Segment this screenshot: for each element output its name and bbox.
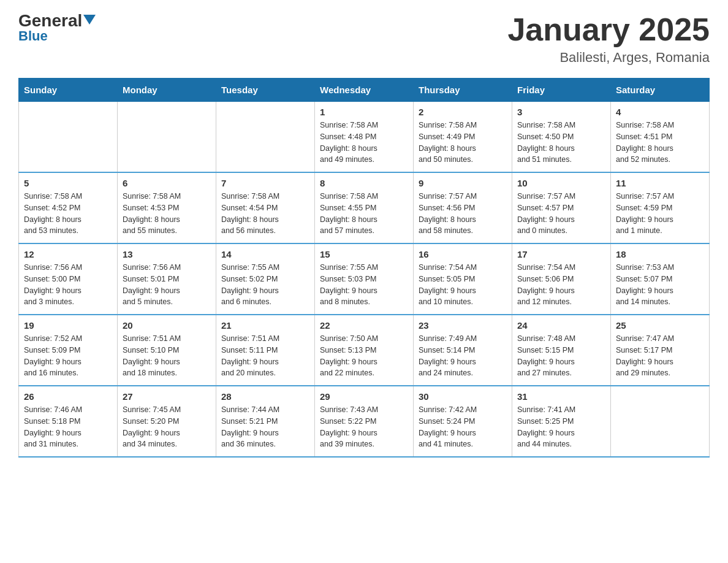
calendar-cell: 25Sunrise: 7:47 AM Sunset: 5:17 PM Dayli…	[611, 315, 710, 386]
calendar-body: 1Sunrise: 7:58 AM Sunset: 4:48 PM Daylig…	[19, 102, 710, 458]
day-number: 25	[616, 320, 704, 331]
day-number: 16	[419, 249, 507, 259]
calendar-cell: 11Sunrise: 7:57 AM Sunset: 4:59 PM Dayli…	[611, 172, 710, 243]
calendar-week-row: 5Sunrise: 7:58 AM Sunset: 4:52 PM Daylig…	[19, 172, 710, 243]
day-number: 8	[320, 178, 408, 188]
day-number: 6	[123, 178, 211, 188]
calendar-cell: 8Sunrise: 7:58 AM Sunset: 4:55 PM Daylig…	[315, 172, 414, 243]
day-info: Sunrise: 7:55 AM Sunset: 5:02 PM Dayligh…	[221, 262, 309, 308]
logo[interactable]: General Blue	[18, 12, 96, 43]
day-info: Sunrise: 7:42 AM Sunset: 5:24 PM Dayligh…	[419, 404, 507, 450]
calendar-cell: 2Sunrise: 7:58 AM Sunset: 4:49 PM Daylig…	[414, 102, 512, 173]
day-info: Sunrise: 7:44 AM Sunset: 5:21 PM Dayligh…	[221, 404, 309, 450]
calendar-cell	[216, 102, 315, 173]
day-number: 13	[123, 249, 211, 259]
day-info: Sunrise: 7:50 AM Sunset: 5:13 PM Dayligh…	[320, 333, 408, 379]
day-info: Sunrise: 7:58 AM Sunset: 4:50 PM Dayligh…	[517, 120, 605, 166]
day-info: Sunrise: 7:58 AM Sunset: 4:54 PM Dayligh…	[221, 191, 309, 237]
calendar-cell: 26Sunrise: 7:46 AM Sunset: 5:18 PM Dayli…	[19, 386, 118, 457]
day-info: Sunrise: 7:54 AM Sunset: 5:06 PM Dayligh…	[517, 262, 605, 308]
calendar-week-row: 12Sunrise: 7:56 AM Sunset: 5:00 PM Dayli…	[19, 243, 710, 315]
calendar-week-row: 1Sunrise: 7:58 AM Sunset: 4:48 PM Daylig…	[19, 102, 710, 173]
calendar-cell: 7Sunrise: 7:58 AM Sunset: 4:54 PM Daylig…	[216, 172, 315, 243]
day-info: Sunrise: 7:48 AM Sunset: 5:15 PM Dayligh…	[517, 333, 605, 379]
weekday-header-sunday: Sunday	[19, 79, 118, 102]
day-number: 18	[616, 249, 704, 259]
calendar-cell: 12Sunrise: 7:56 AM Sunset: 5:00 PM Dayli…	[19, 243, 118, 315]
day-number: 2	[419, 107, 507, 117]
day-number: 26	[24, 391, 112, 402]
day-info: Sunrise: 7:58 AM Sunset: 4:49 PM Dayligh…	[419, 120, 507, 166]
day-info: Sunrise: 7:58 AM Sunset: 4:51 PM Dayligh…	[616, 120, 704, 166]
day-info: Sunrise: 7:57 AM Sunset: 4:56 PM Dayligh…	[419, 191, 507, 237]
day-info: Sunrise: 7:49 AM Sunset: 5:14 PM Dayligh…	[419, 333, 507, 379]
calendar-header: SundayMondayTuesdayWednesdayThursdayFrid…	[19, 79, 710, 102]
day-number: 1	[320, 107, 408, 117]
calendar-cell: 28Sunrise: 7:44 AM Sunset: 5:21 PM Dayli…	[216, 386, 315, 457]
day-info: Sunrise: 7:56 AM Sunset: 5:00 PM Dayligh…	[24, 262, 112, 308]
day-info: Sunrise: 7:58 AM Sunset: 4:52 PM Dayligh…	[24, 191, 112, 237]
calendar-cell: 15Sunrise: 7:55 AM Sunset: 5:03 PM Dayli…	[315, 243, 414, 315]
day-number: 15	[320, 249, 408, 259]
calendar-cell: 22Sunrise: 7:50 AM Sunset: 5:13 PM Dayli…	[315, 315, 414, 386]
weekday-header-saturday: Saturday	[611, 79, 710, 102]
day-info: Sunrise: 7:58 AM Sunset: 4:55 PM Dayligh…	[320, 191, 408, 237]
calendar-cell: 30Sunrise: 7:42 AM Sunset: 5:24 PM Dayli…	[414, 386, 512, 457]
calendar-cell: 3Sunrise: 7:58 AM Sunset: 4:50 PM Daylig…	[512, 102, 611, 173]
calendar-table: SundayMondayTuesdayWednesdayThursdayFrid…	[18, 78, 710, 458]
logo-triangle-icon	[83, 15, 96, 25]
day-info: Sunrise: 7:54 AM Sunset: 5:05 PM Dayligh…	[419, 262, 507, 308]
page-header: General Blue January 2025 Balilesti, Arg…	[18, 12, 710, 66]
day-number: 14	[221, 249, 309, 259]
calendar-cell: 31Sunrise: 7:41 AM Sunset: 5:25 PM Dayli…	[512, 386, 611, 457]
weekday-header-row: SundayMondayTuesdayWednesdayThursdayFrid…	[19, 79, 710, 102]
day-number: 3	[517, 107, 605, 117]
day-number: 29	[320, 391, 408, 402]
calendar-cell	[19, 102, 118, 173]
logo-general-text: General	[18, 12, 82, 29]
day-info: Sunrise: 7:51 AM Sunset: 5:11 PM Dayligh…	[221, 333, 309, 379]
day-number: 31	[517, 391, 605, 402]
day-number: 10	[517, 178, 605, 188]
day-number: 4	[616, 107, 704, 117]
calendar-cell: 10Sunrise: 7:57 AM Sunset: 4:57 PM Dayli…	[512, 172, 611, 243]
day-number: 28	[221, 391, 309, 402]
day-number: 7	[221, 178, 309, 188]
day-info: Sunrise: 7:56 AM Sunset: 5:01 PM Dayligh…	[123, 262, 211, 308]
day-info: Sunrise: 7:53 AM Sunset: 5:07 PM Dayligh…	[616, 262, 704, 308]
day-number: 21	[221, 320, 309, 331]
day-info: Sunrise: 7:58 AM Sunset: 4:53 PM Dayligh…	[123, 191, 211, 237]
day-info: Sunrise: 7:55 AM Sunset: 5:03 PM Dayligh…	[320, 262, 408, 308]
day-number: 19	[24, 320, 112, 331]
day-info: Sunrise: 7:52 AM Sunset: 5:09 PM Dayligh…	[24, 333, 112, 379]
calendar-cell: 24Sunrise: 7:48 AM Sunset: 5:15 PM Dayli…	[512, 315, 611, 386]
calendar-cell: 1Sunrise: 7:58 AM Sunset: 4:48 PM Daylig…	[315, 102, 414, 173]
calendar-cell: 19Sunrise: 7:52 AM Sunset: 5:09 PM Dayli…	[19, 315, 118, 386]
day-number: 17	[517, 249, 605, 259]
day-info: Sunrise: 7:46 AM Sunset: 5:18 PM Dayligh…	[24, 404, 112, 450]
calendar-cell: 16Sunrise: 7:54 AM Sunset: 5:05 PM Dayli…	[414, 243, 512, 315]
calendar-cell: 6Sunrise: 7:58 AM Sunset: 4:53 PM Daylig…	[118, 172, 216, 243]
month-title: January 2025	[507, 12, 710, 47]
calendar-cell: 9Sunrise: 7:57 AM Sunset: 4:56 PM Daylig…	[414, 172, 512, 243]
calendar-cell: 27Sunrise: 7:45 AM Sunset: 5:20 PM Dayli…	[118, 386, 216, 457]
calendar-week-row: 19Sunrise: 7:52 AM Sunset: 5:09 PM Dayli…	[19, 315, 710, 386]
weekday-header-thursday: Thursday	[414, 79, 512, 102]
day-info: Sunrise: 7:47 AM Sunset: 5:17 PM Dayligh…	[616, 333, 704, 379]
day-number: 27	[123, 391, 211, 402]
calendar-cell: 29Sunrise: 7:43 AM Sunset: 5:22 PM Dayli…	[315, 386, 414, 457]
day-number: 11	[616, 178, 704, 188]
weekday-header-monday: Monday	[118, 79, 216, 102]
calendar-week-row: 26Sunrise: 7:46 AM Sunset: 5:18 PM Dayli…	[19, 386, 710, 457]
day-number: 22	[320, 320, 408, 331]
day-info: Sunrise: 7:57 AM Sunset: 4:57 PM Dayligh…	[517, 191, 605, 237]
calendar-cell: 20Sunrise: 7:51 AM Sunset: 5:10 PM Dayli…	[118, 315, 216, 386]
calendar-cell	[118, 102, 216, 173]
calendar-cell: 4Sunrise: 7:58 AM Sunset: 4:51 PM Daylig…	[611, 102, 710, 173]
day-number: 9	[419, 178, 507, 188]
day-number: 20	[123, 320, 211, 331]
weekday-header-tuesday: Tuesday	[216, 79, 315, 102]
calendar-cell: 21Sunrise: 7:51 AM Sunset: 5:11 PM Dayli…	[216, 315, 315, 386]
day-info: Sunrise: 7:57 AM Sunset: 4:59 PM Dayligh…	[616, 191, 704, 237]
calendar-cell: 14Sunrise: 7:55 AM Sunset: 5:02 PM Dayli…	[216, 243, 315, 315]
